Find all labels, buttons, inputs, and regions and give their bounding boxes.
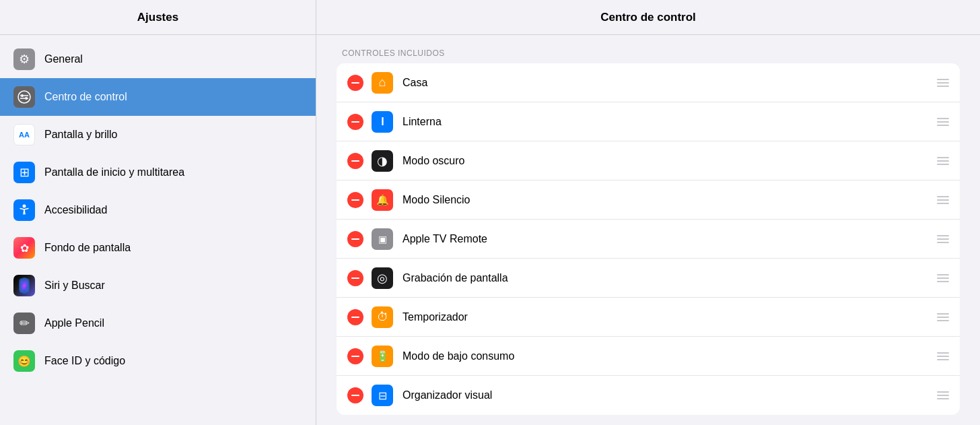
sidebar-item-label: Fondo de pantalla	[44, 242, 131, 254]
panel-title: Centro de control	[316, 0, 980, 34]
control-item-bajo-consumo: 🔋 Modo de bajo consumo	[337, 337, 960, 376]
linterna-label: Linterna	[403, 116, 937, 128]
pantalla-brillo-icon: AA	[13, 124, 35, 145]
apple-pencil-icon: ✏	[13, 313, 35, 334]
temporizador-label: Temporizador	[403, 311, 937, 323]
apple-tv-remote-label: Apple TV Remote	[403, 233, 937, 245]
drag-handle-modo-silencio[interactable]	[937, 196, 949, 204]
drag-handle-casa[interactable]	[937, 79, 949, 87]
remove-grabacion-button[interactable]	[347, 270, 363, 286]
control-item-casa: ⌂ Casa	[337, 63, 960, 102]
drag-handle-modo-oscuro[interactable]	[937, 157, 949, 165]
remove-linterna-button[interactable]	[347, 114, 363, 130]
drag-handle-grabacion[interactable]	[937, 274, 949, 282]
sidebar-title: Ajustes	[0, 0, 316, 34]
face-id-icon: 😊	[13, 350, 35, 372]
grabacion-label: Grabación de pantalla	[403, 272, 937, 284]
accesibilidad-icon	[13, 199, 35, 221]
drag-handle-linterna[interactable]	[937, 118, 949, 126]
svg-point-2	[25, 97, 28, 100]
control-list: ⌂ Casa I Linterna ◑ Modo oscuro	[337, 63, 960, 415]
remove-modo-oscuro-button[interactable]	[347, 153, 363, 169]
sidebar-item-accesibilidad[interactable]: Accesibilidad	[0, 191, 316, 229]
sidebar-item-label: General	[44, 53, 83, 65]
remove-organizador-button[interactable]	[347, 387, 363, 403]
organizador-icon: ⊟	[372, 385, 393, 406]
grabacion-icon: ◎	[372, 267, 393, 289]
linterna-icon: I	[372, 111, 393, 133]
section-header: CONTROLES INCLUIDOS	[337, 48, 960, 58]
svg-point-1	[21, 94, 24, 97]
drag-handle-temporizador[interactable]	[937, 313, 949, 321]
sidebar-item-label: Face ID y código	[44, 355, 125, 367]
svg-point-0	[18, 91, 30, 103]
centro-control-icon	[13, 86, 35, 108]
remove-temporizador-button[interactable]	[347, 309, 363, 325]
control-item-modo-silencio: 🔔 Modo Silencio	[337, 181, 960, 220]
sidebar-item-siri-buscar[interactable]: Siri y Buscar	[0, 267, 316, 304]
sidebar-item-label: Siri y Buscar	[44, 280, 105, 292]
control-item-apple-tv-remote: ▣ Apple TV Remote	[337, 220, 960, 259]
siri-buscar-icon	[13, 275, 35, 296]
pantalla-inicio-icon: ⊞	[13, 162, 35, 183]
sidebar-item-pantalla-brillo[interactable]: AA Pantalla y brillo	[0, 116, 316, 154]
remove-casa-button[interactable]	[347, 75, 363, 91]
sidebar-item-label: Pantalla y brillo	[44, 129, 118, 141]
apple-tv-remote-icon: ▣	[372, 228, 393, 250]
bajo-consumo-label: Modo de bajo consumo	[403, 350, 937, 362]
remove-bajo-consumo-button[interactable]	[347, 348, 363, 364]
control-item-linterna: I Linterna	[337, 102, 960, 141]
bajo-consumo-icon: 🔋	[372, 346, 393, 367]
drag-handle-bajo-consumo[interactable]	[937, 352, 949, 360]
svg-point-7	[23, 205, 26, 208]
modo-silencio-label: Modo Silencio	[403, 194, 937, 206]
sidebar-item-label: Apple Pencil	[44, 317, 104, 329]
control-item-organizador-visual: ⊟ Organizador visual	[337, 376, 960, 415]
general-icon: ⚙	[13, 48, 35, 70]
right-panel: CONTROLES INCLUIDOS ⌂ Casa I Linterna ◑ …	[316, 35, 980, 425]
casa-icon: ⌂	[372, 72, 393, 94]
sidebar-item-label: Accesibilidad	[44, 204, 107, 216]
casa-label: Casa	[403, 77, 937, 89]
sidebar: ⚙ General Centro de control AA Pant	[0, 35, 316, 425]
control-item-grabacion-pantalla: ◎ Grabación de pantalla	[337, 259, 960, 298]
modo-oscuro-icon: ◑	[372, 150, 393, 172]
modo-oscuro-label: Modo oscuro	[403, 155, 937, 167]
organizador-label: Organizador visual	[403, 389, 937, 401]
drag-handle-organizador[interactable]	[937, 391, 949, 399]
control-item-temporizador: ⏱ Temporizador	[337, 298, 960, 337]
temporizador-icon: ⏱	[372, 306, 393, 328]
sidebar-item-general[interactable]: ⚙ General	[0, 40, 316, 78]
drag-handle-apple-tv-remote[interactable]	[937, 235, 949, 243]
control-item-modo-oscuro: ◑ Modo oscuro	[337, 141, 960, 181]
sidebar-item-apple-pencil[interactable]: ✏ Apple Pencil	[0, 304, 316, 342]
sidebar-item-pantalla-inicio[interactable]: ⊞ Pantalla de inicio y multitarea	[0, 154, 316, 191]
sidebar-item-centro-control[interactable]: Centro de control	[0, 78, 316, 116]
top-bar: Ajustes Centro de control	[0, 0, 980, 35]
sidebar-item-label: Pantalla de inicio y multitarea	[44, 166, 184, 178]
main-content: ⚙ General Centro de control AA Pant	[0, 35, 980, 425]
fondo-pantalla-icon: ✿	[13, 237, 35, 259]
remove-apple-tv-remote-button[interactable]	[347, 231, 363, 247]
remove-modo-silencio-button[interactable]	[347, 192, 363, 208]
sidebar-item-fondo-pantalla[interactable]: ✿ Fondo de pantalla	[0, 229, 316, 267]
sidebar-item-face-id[interactable]: 😊 Face ID y código	[0, 342, 316, 380]
modo-silencio-icon: 🔔	[372, 189, 393, 211]
sidebar-item-label: Centro de control	[44, 91, 127, 103]
